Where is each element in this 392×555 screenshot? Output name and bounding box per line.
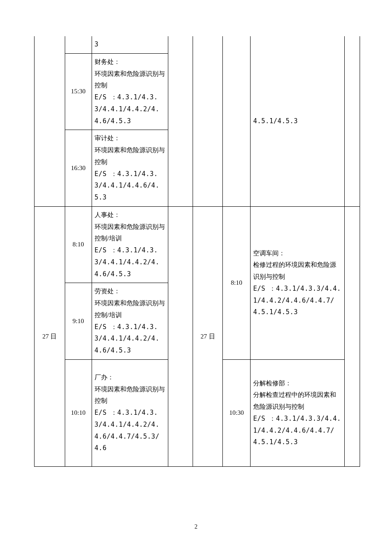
dept-ref: E/S ：4.3.1/4.3.3/4.4.1/4.4.2/4.4.6/4.4.7… (253, 413, 342, 448)
time-cell: 9:10 (65, 283, 92, 360)
dept-ref: E/S ：4.3.1/4.3.3/4.4.1/4.4.2/4.4.6/4.4.7… (253, 283, 342, 318)
dept-sub: 环境因素和危险源识别与控制 (95, 384, 165, 408)
ref-tail: 3 (95, 39, 165, 51)
desc-cell: 3 (92, 36, 168, 53)
dept-ref: E/S ：4.3.1/4.3.3/4.4.1/4.4.2/4.4.6/4.5.3 (95, 92, 165, 127)
dept-sub: 环境因素和危险源识别与控制/培训 (95, 221, 165, 245)
desc-cell: 人事处： 环境因素和危险源识别与控制/培训 E/S ：4.3.1/4.3.3/4… (92, 206, 168, 283)
table-row: 27 日 8:10 人事处： 环境因素和危险源识别与控制/培训 E/S ：4.3… (35, 206, 360, 283)
dept-ref: E/S ：4.3.1/4.3.3/4.4.1/4.4.2/4.4.6/4.5.3 (95, 245, 165, 280)
time-cell: 10:10 (65, 359, 92, 466)
gap-cell (168, 36, 193, 206)
dept-sub: 环境因素和危险源识别与控制/培训 (95, 298, 165, 321)
dept-ref: E/S ：4.3.1/4.3.3/4.4.1/4.4.6/4.5.3 (95, 168, 165, 204)
dept-ref: E/S ：4.3.1/4.3.3/4.4.1/4.4.2/4.4.6/4.4.7… (95, 407, 165, 454)
time2-cell: 8:10 (222, 206, 250, 359)
day-cell-prev (35, 36, 65, 206)
page-number: 2 (0, 523, 392, 530)
desc-cell: 劳资处： 环境因素和危险源识别与控制/培训 E/S ：4.3.1/4.3.3/4… (92, 283, 168, 360)
desc-cell: 审计处： 环境因素和危险源识别与控制 E/S ：4.3.1/4.3.3/4.4.… (92, 130, 168, 207)
gap-cell (168, 206, 193, 359)
day2-cell: 27 日 (193, 206, 222, 466)
last-cell (345, 36, 360, 206)
dept-title: 空调车间： (253, 248, 342, 260)
last-cell (345, 206, 360, 359)
dept-title: 厂办： (95, 372, 165, 384)
desc-cell: 厂办： 环境因素和危险源识别与控制 E/S ：4.3.1/4.3.3/4.4.1… (92, 359, 168, 466)
desc2-cell: 4.5.1/4.5.3 (251, 36, 345, 206)
time-cell (65, 36, 92, 53)
schedule-table: 3 4.5.1/4.5.3 15:30 财务处： 环境因素和危险源识别与控制 E… (34, 36, 360, 467)
day-cell: 27 日 (35, 206, 65, 466)
desc2-cell: 空调车间： 检修过程的环境因素和危险源识别与控制 E/S ：4.3.1/4.3.… (251, 206, 345, 359)
time2-cell: 10:30 (222, 359, 250, 466)
dept-title: 劳资处： (95, 286, 165, 298)
dept-ref: E/S ：4.3.1/4.3.3/4.4.1/4.4.2/4.4.6/4.5.3 (95, 321, 165, 357)
last-cell (345, 359, 360, 466)
dept-sub: 分解检查过程中的环境因素和危险源识别与控制 (253, 389, 342, 413)
dept-sub: 检修过程的环境因素和危险源识别与控制 (253, 259, 342, 283)
time-cell: 16:30 (65, 130, 92, 207)
gap-cell (168, 359, 193, 466)
table-row: 3 4.5.1/4.5.3 (35, 36, 360, 53)
page: 3 4.5.1/4.5.3 15:30 财务处： 环境因素和危险源识别与控制 E… (0, 0, 392, 555)
dept-title: 人事处： (95, 209, 165, 221)
desc-cell: 财务处： 环境因素和危险源识别与控制 E/S ：4.3.1/4.3.3/4.4.… (92, 53, 168, 130)
day2-cell-prev (193, 36, 222, 206)
dept-title: 审计处： (95, 133, 165, 145)
dept-title: 分解检修部： (253, 378, 342, 390)
ref-tail: 4.5.1/4.5.3 (253, 116, 342, 127)
time-cell: 15:30 (65, 53, 92, 130)
dept-sub: 环境因素和危险源识别与控制 (95, 145, 165, 168)
desc2-cell: 分解检修部： 分解检查过程中的环境因素和危险源识别与控制 E/S ：4.3.1/… (251, 359, 345, 466)
time2-cell-prev (222, 36, 250, 206)
dept-sub: 环境因素和危险源识别与控制 (95, 68, 165, 92)
time-cell: 8:10 (65, 206, 92, 283)
dept-title: 财务处： (95, 56, 165, 68)
